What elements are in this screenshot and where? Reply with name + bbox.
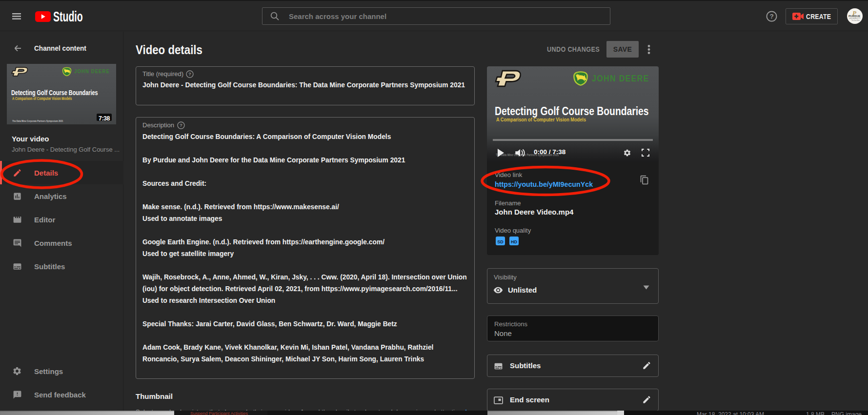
svg-text:?: ? xyxy=(769,13,773,20)
svg-text:?: ? xyxy=(180,122,182,128)
svg-text:?: ? xyxy=(188,71,191,77)
